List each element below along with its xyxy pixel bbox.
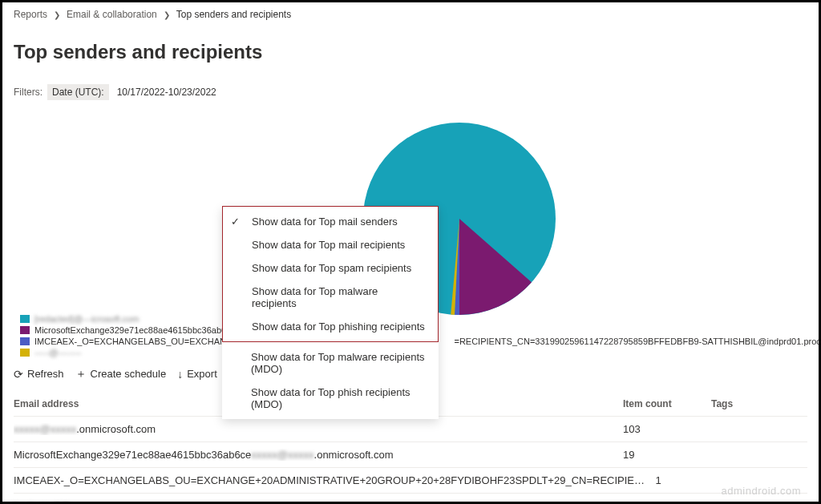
- dropdown-item-top-mail-senders[interactable]: ✓ Show data for Top mail senders: [223, 210, 438, 233]
- table-row[interactable]: IMCEAEX-_O=EXCHANGELABS_OU=EXCHANGE+20AD…: [14, 468, 807, 494]
- check-icon: ✓: [231, 216, 240, 228]
- legend-swatch: [20, 315, 30, 323]
- cell-email: MicrosoftExchange329e71ec88ae4615bbc36ab…: [14, 449, 623, 461]
- dropdown-item-label: Show data for Top malware recipients: [252, 285, 378, 309]
- legend-swatch: [20, 337, 30, 345]
- cell-count: 19: [623, 449, 711, 461]
- dropdown-item-label: Show data for Top phish recipients (MDO): [251, 386, 410, 410]
- dropdown-item-label: Show data for Top mail recipients: [252, 239, 405, 251]
- export-label: Export: [187, 368, 217, 380]
- dropdown-item-label: Show data for Top phishing recipients: [252, 321, 425, 333]
- chevron-right-icon: ❯: [164, 10, 170, 19]
- breadcrumb-root[interactable]: Reports: [14, 9, 47, 20]
- table-row[interactable]: xxxxx@xxxxx.onmicrosoft.com 103: [14, 417, 807, 442]
- dropdown-highlight-group: ✓ Show data for Top mail senders Show da…: [222, 206, 439, 342]
- col-header-tags[interactable]: Tags: [711, 398, 807, 409]
- table-row[interactable]: [redacted]@-------- 1: [14, 494, 807, 504]
- create-schedule-label: Create schedule: [91, 368, 167, 380]
- col-header-count[interactable]: Item count: [623, 398, 711, 409]
- cell-tags: [711, 423, 807, 435]
- cell-count: 1: [623, 500, 711, 504]
- legend-label: MicrosoftExchange329e71ec88ae4615bbc36ab…: [34, 325, 236, 336]
- breadcrumb: Reports ❯ Email & collaboration ❯ Top se…: [2, 2, 819, 26]
- filter-date-label[interactable]: Date (UTC):: [47, 84, 109, 100]
- cell-count: 103: [623, 423, 711, 435]
- legend-swatch: [20, 349, 30, 357]
- breadcrumb-leaf: Top senders and recipients: [176, 9, 291, 20]
- filters-bar: Filters: Date (UTC): 10/17/2022-10/23/20…: [2, 68, 819, 108]
- cell-email: xxxxx@xxxxx.onmicrosoft.com: [14, 423, 623, 435]
- export-button[interactable]: ↓ Export: [177, 368, 217, 381]
- dropdown-item-top-phish-mdo[interactable]: Show data for Top phish recipients (MDO): [222, 381, 439, 416]
- legend-swatch: [20, 326, 30, 334]
- chevron-right-icon: ❯: [54, 10, 60, 19]
- create-schedule-button[interactable]: ＋ Create schedule: [75, 367, 167, 381]
- dropdown-extra-group: Show data for Top malware recipients (MD…: [222, 342, 439, 419]
- table-row[interactable]: MicrosoftExchange329e71ec88ae4615bbc36ab…: [14, 442, 807, 468]
- cell-tags: [711, 500, 807, 504]
- refresh-icon: ⟳: [14, 368, 23, 381]
- download-icon: ↓: [177, 368, 183, 381]
- cell-email: [redacted]@--------: [14, 500, 623, 504]
- cell-tags: [711, 449, 807, 461]
- dropdown-item-label: Show data for Top malware recipients (MD…: [251, 351, 425, 375]
- refresh-label: Refresh: [27, 368, 64, 380]
- dropdown-item-top-spam-recipients[interactable]: Show data for Top spam recipients: [223, 256, 438, 280]
- breadcrumb-mid[interactable]: Email & collaboration: [67, 9, 157, 20]
- dropdown-item-label: Show data for Top mail senders: [252, 216, 398, 228]
- dropdown-item-top-malware-mdo[interactable]: Show data for Top malware recipients (MD…: [222, 345, 439, 381]
- plus-icon: ＋: [75, 367, 87, 381]
- filter-date-value[interactable]: 10/17/2022-10/23/2022: [114, 84, 220, 100]
- filters-label: Filters:: [14, 87, 42, 98]
- dropdown-item-label: Show data for Top spam recipients: [252, 262, 411, 274]
- legend-label-overflow: =RECIPIENTS_CN=33199025961147228795859BF…: [454, 336, 821, 347]
- legend-label: [redacted]@---icrosoft.com: [34, 313, 139, 325]
- cell-count: 1: [656, 474, 729, 486]
- show-data-dropdown-menu[interactable]: ✓ Show data for Top mail senders Show da…: [222, 206, 439, 419]
- dropdown-item-top-phishing-recipients[interactable]: Show data for Top phishing recipients: [223, 315, 438, 338]
- legend-label: IMCEAEX-_O=EXCHANGELABS_OU=EXCHANGE+2: [34, 336, 249, 347]
- dropdown-item-top-malware-recipients[interactable]: Show data for Top malware recipients: [223, 280, 438, 315]
- refresh-button[interactable]: ⟳ Refresh: [14, 368, 64, 381]
- cell-email: IMCEAEX-_O=EXCHANGELABS_OU=EXCHANGE+20AD…: [14, 474, 656, 486]
- watermark: admindroid.com: [722, 485, 802, 497]
- dropdown-item-top-mail-recipients[interactable]: Show data for Top mail recipients: [223, 233, 438, 256]
- legend-label: -----@--------: [34, 347, 82, 358]
- page-title: Top senders and recipients: [2, 26, 819, 68]
